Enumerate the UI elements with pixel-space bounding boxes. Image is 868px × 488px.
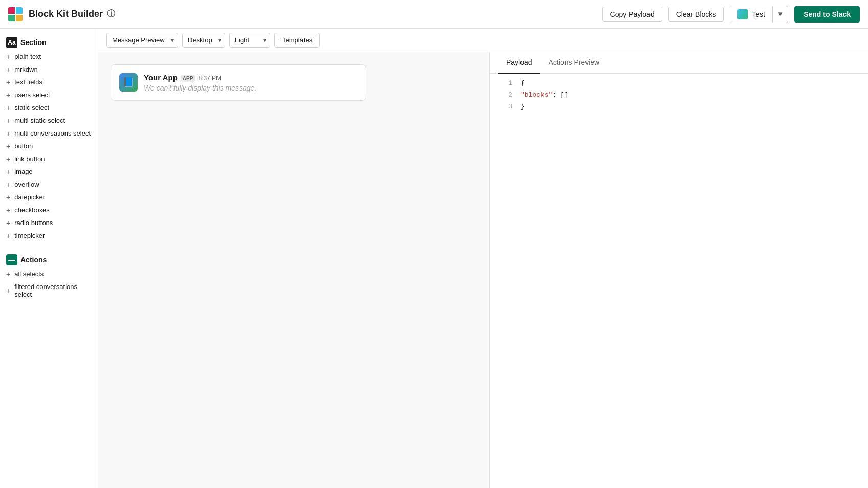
- sidebar-item-multi-conversations-select[interactable]: + multi conversations select: [0, 127, 98, 140]
- sidebar-gap: [0, 242, 98, 250]
- code-key: "blocks": [520, 91, 552, 99]
- preview-select[interactable]: Message Preview Modal Preview App Home: [106, 33, 178, 48]
- sidebar-item-filtered-conversations-select[interactable]: + filtered conversations select: [0, 280, 98, 301]
- line-num-1: 1: [498, 78, 512, 89]
- code-line-2: 2 "blocks": []: [490, 90, 868, 101]
- test-button[interactable]: Test: [730, 6, 772, 23]
- sidebar-item-label: checkboxes: [14, 206, 50, 214]
- plus-icon: +: [6, 130, 10, 137]
- tab-actions-preview[interactable]: Actions Preview: [540, 52, 608, 74]
- slack-logo-icon: [8, 7, 23, 21]
- sidebar-item-label: multi conversations select: [14, 129, 91, 137]
- theme-select[interactable]: Light Dark: [229, 33, 270, 48]
- code-content-3: }: [520, 102, 525, 113]
- test-dropdown-button[interactable]: ▼: [773, 7, 788, 21]
- section-header: Aa Section: [0, 33, 98, 50]
- sidebar-item-plain-text[interactable]: + plain text: [0, 50, 98, 63]
- sidebar: Aa Section + plain text + mrkdwn + text …: [0, 29, 98, 488]
- sidebar-item-radio-buttons[interactable]: + radio buttons: [0, 216, 98, 229]
- sidebar-item-label: plain text: [14, 53, 41, 60]
- sidebar-item-checkboxes[interactable]: + checkboxes: [0, 204, 98, 216]
- plus-icon: +: [6, 117, 10, 124]
- message-preview: 📘 Your App APP 8:37 PM We can't fully di…: [111, 64, 366, 101]
- plus-icon: +: [6, 194, 10, 201]
- sidebar-item-label: multi static select: [14, 117, 65, 124]
- sidebar-item-datepicker[interactable]: + datepicker: [0, 191, 98, 204]
- panel-tabs: Payload Actions Preview: [490, 52, 868, 74]
- sidebar-item-overflow[interactable]: + overflow: [0, 178, 98, 191]
- send-to-slack-button[interactable]: Send to Slack: [794, 6, 860, 23]
- sidebar-item-label: all selects: [14, 270, 44, 278]
- message-text: We can't fully display this message.: [144, 84, 358, 92]
- copy-payload-button[interactable]: Copy Payload: [602, 7, 662, 22]
- sidebar-item-all-selects[interactable]: + all selects: [0, 268, 98, 280]
- app-icon: 📘: [119, 73, 138, 92]
- plus-icon: +: [6, 92, 10, 99]
- plus-icon: +: [6, 104, 10, 112]
- templates-button[interactable]: Templates: [274, 33, 320, 48]
- page-title: Block Kit Builder ⓘ: [29, 9, 115, 19]
- right-panel: Payload Actions Preview 1 { 2 "blocks": …: [489, 52, 868, 488]
- sidebar-item-label: static select: [14, 104, 49, 112]
- app-name: Your App: [144, 73, 178, 82]
- center-panel: Message Preview Modal Preview App Home D…: [98, 29, 868, 488]
- sidebar-item-label: overflow: [14, 181, 39, 188]
- message-header: Your App APP 8:37 PM: [144, 73, 358, 82]
- sidebar-item-label: button: [14, 142, 33, 150]
- sidebar-item-label: text fields: [14, 78, 42, 86]
- sidebar-item-label: mrkdwn: [14, 65, 38, 73]
- sidebar-item-timepicker[interactable]: + timepicker: [0, 229, 98, 242]
- code-line-3: 3 }: [490, 101, 868, 113]
- code-colon: : []: [552, 91, 568, 99]
- actions-header: Actions: [0, 250, 98, 268]
- toolbar: Message Preview Modal Preview App Home D…: [98, 29, 868, 52]
- svg-rect-0: [8, 260, 15, 261]
- sidebar-item-image[interactable]: + image: [0, 165, 98, 178]
- line-num-2: 2: [498, 90, 512, 101]
- lower-area: 📘 Your App APP 8:37 PM We can't fully di…: [98, 52, 868, 488]
- sidebar-item-users-select[interactable]: + users select: [0, 88, 98, 101]
- preview-select-wrapper: Message Preview Modal Preview App Home: [106, 33, 178, 48]
- message-time: 8:37 PM: [198, 75, 221, 82]
- section-label: Section: [20, 38, 47, 47]
- plus-icon: +: [6, 66, 10, 73]
- sidebar-item-link-button[interactable]: + link button: [0, 152, 98, 165]
- plus-icon: +: [6, 287, 10, 294]
- app-name-text: Block Kit Builder: [29, 9, 103, 19]
- sidebar-item-static-select[interactable]: + static select: [0, 101, 98, 114]
- plus-icon: +: [6, 207, 10, 214]
- plus-icon: +: [6, 219, 10, 227]
- plus-icon: +: [6, 271, 10, 278]
- app-badge: APP: [181, 75, 196, 82]
- plus-icon: +: [6, 168, 10, 175]
- test-icon: [737, 9, 748, 19]
- sidebar-item-mrkdwn[interactable]: + mrkdwn: [0, 63, 98, 76]
- device-select[interactable]: Desktop Mobile: [182, 33, 225, 48]
- plus-icon: +: [6, 181, 10, 188]
- code-content-1: {: [520, 78, 525, 89]
- message-body: Your App APP 8:37 PM We can't fully disp…: [144, 73, 358, 92]
- test-label: Test: [752, 10, 765, 18]
- slack-logo[interactable]: [8, 7, 23, 21]
- sidebar-item-label: image: [14, 168, 32, 175]
- line-num-3: 3: [498, 102, 512, 113]
- theme-select-wrapper: Light Dark: [229, 33, 270, 48]
- app-header: Block Kit Builder ⓘ Copy Payload Clear B…: [0, 0, 868, 29]
- sidebar-item-text-fields[interactable]: + text fields: [0, 76, 98, 88]
- sidebar-item-label: datepicker: [14, 193, 45, 201]
- plus-icon: +: [6, 232, 10, 239]
- actions-badge: [6, 254, 17, 265]
- plus-icon: +: [6, 143, 10, 150]
- device-select-wrapper: Desktop Mobile: [182, 33, 225, 48]
- code-line-1: 1 {: [490, 78, 868, 90]
- sidebar-item-button[interactable]: + button: [0, 140, 98, 152]
- plus-icon: +: [6, 53, 10, 60]
- plus-icon: +: [6, 156, 10, 163]
- sidebar-item-multi-static-select[interactable]: + multi static select: [0, 114, 98, 127]
- sidebar-item-label: link button: [14, 155, 45, 163]
- help-icon[interactable]: ⓘ: [107, 9, 115, 19]
- main-layout: Aa Section + plain text + mrkdwn + text …: [0, 29, 868, 488]
- test-button-group: Test ▼: [730, 6, 788, 23]
- tab-payload[interactable]: Payload: [498, 52, 540, 74]
- clear-blocks-button[interactable]: Clear Blocks: [668, 7, 724, 22]
